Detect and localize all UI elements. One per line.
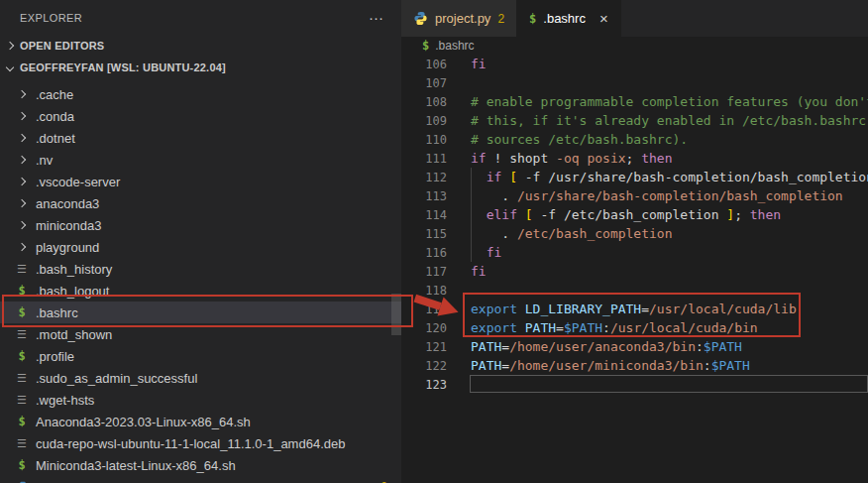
code-line-106[interactable]: 106fi	[401, 55, 868, 73]
code-editor[interactable]: 106fi107108# enable programmable complet…	[401, 55, 868, 483]
chevron-right-icon	[14, 91, 30, 97]
code-token	[471, 170, 487, 184]
line-number: 106	[401, 58, 447, 71]
open-editors-header[interactable]: OPEN EDITORS	[0, 35, 401, 57]
file-name: .cache	[36, 87, 73, 102]
tab-project-py[interactable]: project.py 2	[401, 0, 517, 37]
tree-item-playground[interactable]: playground	[0, 236, 401, 258]
line-number: 111	[401, 152, 447, 166]
tree-item--cache[interactable]: .cache	[0, 83, 401, 105]
code-line-118[interactable]: 118	[401, 281, 868, 300]
file-name: .dotnet	[36, 131, 75, 146]
file-name: .vscode-server	[36, 175, 120, 189]
code-line-115[interactable]: 115 . /etc/bash_completion	[401, 224, 868, 243]
tree-item-cuda-repo-wsl-ubuntu-11-1-local-11-1-0-1-amd64-deb[interactable]: ☰cuda-repo-wsl-ubuntu-11-1-local_11.1.0-…	[0, 432, 401, 454]
chevron-right-icon	[18, 90, 26, 98]
code-line-114[interactable]: 114 elif [ -f /etc/bash_completion ]; th…	[401, 205, 868, 224]
line-number: 123	[401, 378, 447, 392]
tree-item-anaconda3[interactable]: anaconda3	[0, 192, 401, 214]
code-token: =	[501, 358, 509, 373]
file-name: .bashrc	[36, 305, 78, 320]
chevron-right-icon	[18, 243, 26, 251]
shell-icon: $	[14, 349, 30, 363]
line-number: 109	[401, 114, 447, 128]
code-token: PATH	[471, 358, 501, 373]
tree-item-miniconda3[interactable]: miniconda3	[0, 214, 401, 236]
code-line-107[interactable]: 107	[401, 73, 868, 92]
code-line-121[interactable]: 121PATH=/home/user/anaconda3/bin:$PATH	[401, 337, 868, 356]
file-name: .nv	[36, 153, 53, 168]
indent-guide	[471, 168, 472, 186]
shell-icon: $	[14, 458, 30, 472]
code-text: . /usr/share/bash-completion/bash_comple…	[471, 188, 843, 203]
code-token: fi	[471, 264, 487, 279]
tree-item--profile[interactable]: $.profile	[0, 345, 401, 367]
breadcrumb-item[interactable]: .bashrc	[435, 39, 474, 53]
chevron-right-icon	[18, 156, 26, 164]
code-line-112[interactable]: 112 if [ -f /usr/share/bash-completion/b…	[401, 168, 868, 186]
code-line-117[interactable]: 117fi	[401, 262, 868, 281]
tree-item--bashrc[interactable]: $.bashrc	[0, 302, 401, 323]
code-text: export PATH=$PATH:/usr/local/cuda/bin	[471, 320, 758, 335]
file-name: .profile	[36, 349, 74, 364]
file-name: .bash_logout	[36, 284, 109, 299]
tree-item-anaconda3-2023-03-linux-x86-64-sh[interactable]: $Anaconda3-2023.03-Linux-x86_64.sh	[0, 411, 401, 432]
tree-item--conda[interactable]: .conda	[0, 105, 401, 127]
chevron-right-icon	[14, 113, 30, 119]
file-name: miniconda3	[36, 218, 102, 233]
tree-item-project-py[interactable]: project.py2	[0, 476, 401, 483]
file-name: .conda	[36, 109, 74, 124]
tree-item--motd-shown[interactable]: ☰.motd_shown	[0, 323, 401, 345]
shell-icon: $	[422, 39, 429, 53]
code-token: /usr/share/bash-completion/bash_completi…	[517, 188, 843, 203]
tree-item--bash-logout[interactable]: $.bash_logout	[0, 280, 401, 302]
chevron-right-icon	[18, 178, 26, 185]
code-token: $PATH	[564, 320, 602, 335]
tree-item--sudo-as-admin-successful[interactable]: ☰.sudo_as_admin_successful	[0, 367, 401, 389]
code-token: LD_LIBRARY_PATH	[525, 302, 641, 316]
code-line-116[interactable]: 116 fi	[401, 243, 868, 262]
shell-icon: $	[18, 349, 25, 363]
code-token	[517, 320, 525, 335]
line-number: 117	[401, 265, 447, 279]
workspace-header[interactable]: GEOFFREYFAN [WSL: UBUNTU-22.04]	[0, 57, 401, 78]
code-token: ! shopt	[487, 151, 556, 166]
tree-item--vscode-server[interactable]: .vscode-server	[0, 171, 401, 192]
tree-item--bash-history[interactable]: ☰.bash_history	[0, 258, 401, 280]
line-number: 119	[401, 302, 447, 316]
code-line-119[interactable]: 119export LD_LIBRARY_PATH=/usr/local/cud…	[401, 300, 868, 318]
chevron-right-icon	[18, 134, 26, 142]
code-token: -f /usr/share/bash-completion/bash_compl…	[517, 170, 868, 184]
close-icon[interactable]: ×	[599, 11, 608, 26]
shell-icon: $	[14, 415, 30, 428]
code-token: .	[471, 226, 517, 241]
explorer-title: EXPLORER	[20, 12, 82, 24]
code-token: =	[556, 320, 564, 335]
code-token: export	[471, 302, 517, 316]
code-line-109[interactable]: 109# this, if it's already enabled in /e…	[401, 111, 868, 130]
code-token: -f /etc/bash_completion	[533, 207, 727, 222]
tree-item--nv[interactable]: .nv	[0, 149, 401, 171]
python-icon	[413, 11, 428, 26]
code-line-108[interactable]: 108# enable programmable completion feat…	[401, 92, 868, 111]
text-file-icon: ☰	[14, 328, 30, 341]
tree-item-miniconda3-latest-linux-x86-64-sh[interactable]: $Miniconda3-latest-Linux-x86_64.sh	[0, 454, 401, 476]
chevron-down-icon	[6, 63, 14, 71]
code-line-122[interactable]: 122PATH=/home/user/miniconda3/bin:$PATH	[401, 356, 868, 375]
sidebar-scrollbar[interactable]	[391, 294, 401, 335]
tree-item--dotnet[interactable]: .dotnet	[0, 127, 401, 149]
indent-guide	[471, 205, 472, 224]
code-token: $PATH	[704, 339, 742, 354]
code-line-110[interactable]: 110# sources /etc/bash.bashrc).	[401, 130, 868, 149]
shell-icon: $	[14, 305, 30, 319]
code-line-113[interactable]: 113 . /usr/share/bash-completion/bash_co…	[401, 186, 868, 205]
code-line-120[interactable]: 120export PATH=$PATH:/usr/local/cuda/bin	[401, 318, 868, 337]
chevron-right-icon	[6, 42, 14, 50]
code-line-111[interactable]: 111if ! shopt -oq posix; then	[401, 149, 868, 168]
more-actions-icon[interactable]: ···	[369, 13, 383, 23]
code-token: =	[501, 339, 509, 354]
tree-item--wget-hsts[interactable]: ☰.wget-hsts	[0, 389, 401, 411]
breadcrumb: $ .bashrc	[401, 37, 868, 55]
tab-bashrc[interactable]: $ .bashrc ×	[517, 0, 621, 37]
code-line-123[interactable]: 123	[401, 375, 868, 394]
